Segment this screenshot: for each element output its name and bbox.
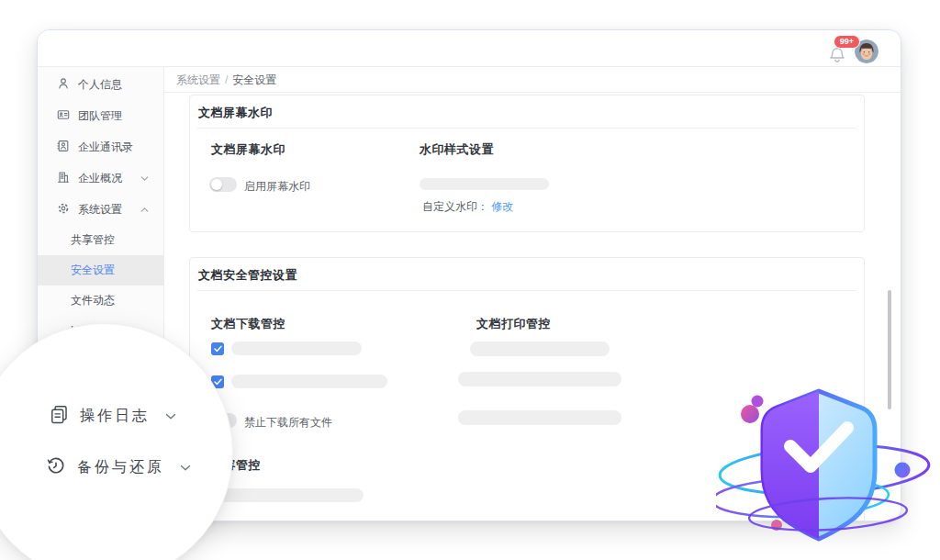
sidebar-item-system-settings[interactable]: 系统设置	[38, 194, 163, 225]
person-icon	[57, 77, 70, 93]
card-title: 文档屏幕水印	[198, 105, 273, 121]
page: 99+	[0, 0, 940, 560]
chevron-down-icon	[140, 175, 149, 182]
notification-count-badge: 99+	[834, 35, 860, 49]
forbid-download-label: 禁止下载所有文件	[244, 415, 332, 431]
main-area: 系统设置/安全设置 文档屏幕水印 文档屏幕水印 启用屏幕水印 水印样式设置 自定…	[164, 67, 901, 521]
custom-watermark-label: 自定义水印：	[422, 200, 488, 213]
placeholder-bar	[458, 372, 621, 386]
top-header: 99+	[38, 30, 901, 67]
sidebar-item-operation-log[interactable]: 操作日志	[49, 404, 176, 429]
breadcrumb: 系统设置/安全设置	[164, 67, 901, 93]
breadcrumb-section[interactable]: 系统设置	[176, 73, 220, 86]
building-icon	[57, 171, 70, 186]
chevron-down-icon	[180, 464, 191, 472]
restore-clock-icon	[45, 454, 67, 480]
download-control-subtitle: 文档下载管控	[211, 316, 285, 332]
sidebar-item-contacts[interactable]: 企业通讯录	[38, 131, 163, 162]
documents-copy-icon	[49, 404, 70, 429]
screen-watermark-subtitle: 文档屏幕水印	[211, 141, 285, 158]
scrollbar-thumb[interactable]	[888, 290, 891, 409]
sidebar-item-label: 企业概况	[78, 171, 122, 186]
card-title: 文档安全管控设置	[198, 267, 297, 284]
sidebar-item-label: 操作日志	[80, 407, 150, 426]
sidebar-item-backup-restore[interactable]: 备份与还原	[45, 454, 191, 480]
placeholder-bar	[458, 410, 621, 425]
sidebar-item-label: 个人信息	[78, 77, 122, 93]
sidebar-subitem-label: 共享管控	[71, 233, 115, 246]
placeholder-bar	[231, 342, 362, 355]
modify-link[interactable]: 修改	[491, 200, 513, 213]
sidebar-item-label: 企业通讯录	[78, 140, 133, 155]
sidebar-subitem-label: 文件动态	[71, 294, 115, 307]
placeholder-bar	[231, 375, 387, 388]
custom-watermark-row: 自定义水印： 修改	[422, 199, 513, 215]
id-card-icon	[57, 108, 70, 124]
sidebar-item-profile[interactable]: 个人信息	[38, 69, 163, 100]
chevron-up-icon	[140, 207, 149, 213]
security-control-card: 文档安全管控设置 文档下载管控 禁止下载所有文件 文档	[189, 257, 865, 521]
sidebar-subitem-file-activity[interactable]: 文件动态	[38, 286, 163, 316]
sidebar-item-label: 备份与还原	[77, 458, 164, 477]
placeholder-bar	[209, 488, 364, 502]
watermark-card: 文档屏幕水印 文档屏幕水印 启用屏幕水印 水印样式设置 自定义水印： 修改	[189, 95, 865, 232]
breadcrumb-separator: /	[225, 73, 228, 86]
divider	[197, 290, 856, 291]
sidebar-item-label: 团队管理	[78, 108, 122, 124]
sidebar-item-company[interactable]: 企业概况	[38, 162, 163, 194]
contacts-book-icon	[57, 140, 70, 155]
chevron-down-icon	[165, 412, 176, 420]
enable-watermark-label: 启用屏幕水印	[244, 179, 310, 195]
sidebar-item-label: 系统设置	[78, 202, 122, 218]
placeholder-bar	[420, 178, 549, 190]
download-checkbox-1[interactable]	[211, 342, 224, 355]
breadcrumb-current-page: 安全设置	[232, 73, 276, 86]
sidebar-subitem-share-control[interactable]: 共享管控	[38, 225, 163, 255]
placeholder-bar	[470, 342, 610, 356]
print-control-subtitle: 文档打印管控	[476, 316, 551, 332]
sidebar-item-team[interactable]: 团队管理	[38, 100, 163, 131]
sidebar-subitem-security-settings[interactable]: 安全设置	[38, 255, 163, 286]
divider	[197, 128, 856, 129]
gear-icon	[57, 202, 70, 218]
sidebar-subitem-label: 安全设置	[71, 263, 115, 276]
enable-watermark-toggle[interactable]	[209, 177, 237, 192]
watermark-style-subtitle: 水印样式设置	[420, 141, 494, 158]
